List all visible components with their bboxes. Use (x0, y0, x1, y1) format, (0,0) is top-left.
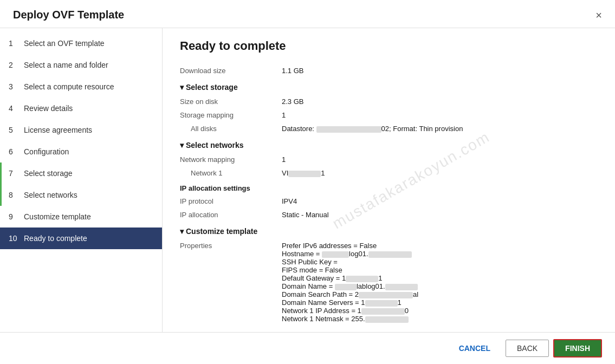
table-row: ▾Select networks (180, 135, 598, 153)
info-table: Download size1.1 GB▾Select storageSize o… (180, 64, 598, 326)
step-number: 9 (9, 212, 20, 221)
step-number: 5 (9, 126, 20, 134)
table-row: ▾Customize template (180, 222, 598, 239)
row-label: Properties (180, 239, 277, 326)
modal-body: 1Select an OVF template2Select a name an… (0, 28, 615, 332)
cancel-button[interactable]: CANCEL (448, 340, 501, 356)
step-number: 6 (9, 147, 20, 156)
row-value: 1 (277, 153, 598, 166)
modal-header: Deploy OVF Template × (0, 0, 615, 28)
step-number: 10 (9, 234, 20, 243)
row-label: IP protocol (180, 194, 277, 208)
table-row: IP allocation settings (180, 180, 598, 194)
sidebar-item-step3[interactable]: 3Select a compute resource (0, 76, 162, 98)
row-label: Storage mapping (180, 108, 277, 122)
row-label: IP allocation (180, 208, 277, 222)
table-row: IP allocationStatic - Manual (180, 208, 598, 222)
section-header: ▾Select storage (180, 77, 598, 95)
row-label: Network mapping (180, 153, 277, 166)
sidebar-item-step6[interactable]: 6Configuration (0, 141, 162, 162)
sidebar: 1Select an OVF template2Select a name an… (0, 28, 163, 332)
step-number: 3 (9, 82, 20, 91)
step-label: Customize template (24, 212, 91, 221)
step-number: 8 (9, 191, 20, 199)
step-label: Select a name and folder (24, 61, 108, 69)
deploy-ovf-modal: Deploy OVF Template × 1Select an OVF tem… (0, 0, 615, 364)
step-label: Select storage (24, 169, 73, 178)
finish-button[interactable]: FINISH (553, 339, 602, 358)
sidebar-item-step5[interactable]: 5License agreements (0, 119, 162, 141)
sidebar-item-step7[interactable]: 7Select storage (0, 162, 162, 184)
step-label: Select networks (24, 191, 77, 199)
step-label: Ready to complete (24, 234, 87, 243)
close-button[interactable]: × (595, 10, 602, 21)
sidebar-item-step9[interactable]: 9Customize template (0, 206, 162, 227)
table-row: ▾Select storage (180, 77, 598, 95)
step-number: 2 (9, 61, 20, 69)
sidebar-item-step8[interactable]: 8Select networks (0, 184, 162, 206)
modal-footer: CANCEL BACK FINISH (0, 332, 615, 364)
row-value: Datastore: 02; Format: Thin provision (277, 122, 598, 135)
table-row: Storage mapping1 (180, 108, 598, 122)
step-number: 4 (9, 104, 20, 113)
row-value: VI1 (277, 166, 598, 180)
sidebar-item-step4[interactable]: 4Review details (0, 98, 162, 119)
sidebar-item-step2[interactable]: 2Select a name and folder (0, 54, 162, 76)
section-header: ▾Customize template (180, 222, 598, 239)
step-number: 1 (9, 39, 20, 48)
step-label: Review details (24, 104, 73, 113)
table-row: PropertiesPrefer IPv6 addresses = FalseH… (180, 239, 598, 326)
row-value: 2.3 GB (277, 95, 598, 108)
step-label: Configuration (24, 147, 69, 156)
table-row: Download size1.1 GB (180, 64, 598, 77)
main-content: mustafakarakoyun.com Ready to complete D… (163, 28, 615, 332)
row-label: Network 1 (180, 166, 277, 180)
back-button[interactable]: BACK (506, 340, 549, 357)
content-title: Ready to complete (180, 39, 598, 53)
sidebar-item-step1[interactable]: 1Select an OVF template (0, 32, 162, 54)
subsection-header: IP allocation settings (180, 180, 598, 194)
step-label: Select a compute resource (24, 82, 114, 91)
row-label: Download size (180, 64, 277, 77)
row-label: All disks (180, 122, 277, 135)
table-row: Network mapping1 (180, 153, 598, 166)
row-value: 1 (277, 108, 598, 122)
step-label: Select an OVF template (24, 39, 105, 48)
sidebar-item-step10[interactable]: 10Ready to complete (0, 227, 162, 249)
table-row: All disksDatastore: 02; Format: Thin pro… (180, 122, 598, 135)
step-number: 7 (9, 169, 20, 178)
row-value: 1.1 GB (277, 64, 598, 77)
section-header: ▾Select networks (180, 135, 598, 153)
modal-title: Deploy OVF Template (13, 9, 124, 21)
row-value: Static - Manual (277, 208, 598, 222)
row-value: IPV4 (277, 194, 598, 208)
step-label: License agreements (24, 126, 92, 134)
table-row: IP protocolIPV4 (180, 194, 598, 208)
row-value: Prefer IPv6 addresses = FalseHostname = … (277, 239, 598, 326)
table-row: Size on disk2.3 GB (180, 95, 598, 108)
row-label: Size on disk (180, 95, 277, 108)
table-row: Network 1VI1 (180, 166, 598, 180)
